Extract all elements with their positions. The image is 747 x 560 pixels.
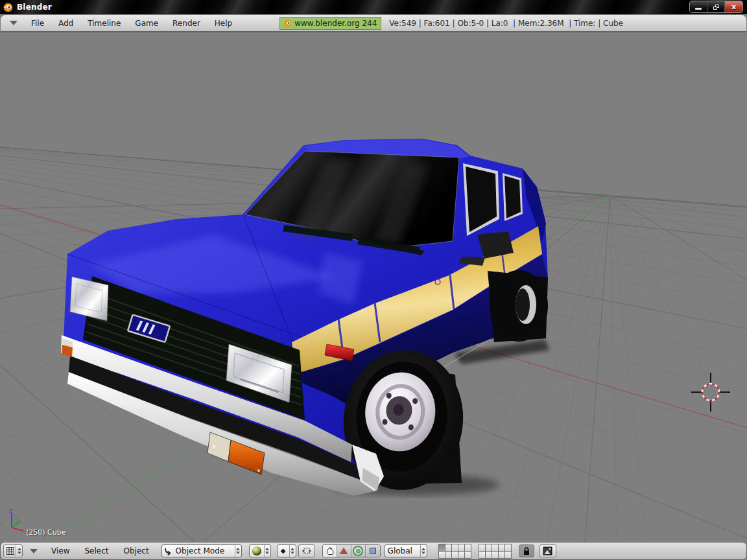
rear-wheel xyxy=(490,270,548,342)
layer-cell[interactable] xyxy=(492,544,498,551)
move-centers-button[interactable] xyxy=(298,544,315,557)
orientation-value: Global xyxy=(385,546,420,555)
view3d-header: View Select Object Object Mode ◆ xyxy=(0,542,747,560)
minimize-button[interactable] xyxy=(690,1,707,12)
pivot-select[interactable]: ◆ xyxy=(277,544,296,557)
layer-cell[interactable] xyxy=(499,552,504,558)
scene-render xyxy=(0,32,747,542)
layer-buttons-group-1 xyxy=(438,544,471,559)
pivot-select-stepper[interactable] xyxy=(289,545,296,557)
door-handle-dot xyxy=(435,279,440,285)
layer-cell[interactable] xyxy=(505,552,511,558)
axis-z-label: z xyxy=(9,508,12,514)
editor-3dview-icon xyxy=(6,546,15,555)
object-menu[interactable]: Object xyxy=(117,546,156,555)
select-menu[interactable]: Select xyxy=(78,546,115,555)
menu-help[interactable]: Help xyxy=(208,19,239,28)
editor-type-button[interactable] xyxy=(3,544,23,557)
menu-file[interactable]: File xyxy=(24,19,51,28)
header-collapse-icon[interactable] xyxy=(30,549,38,554)
rotate-icon xyxy=(353,546,363,556)
draw-type-stepper[interactable] xyxy=(264,545,270,557)
layer-cell[interactable] xyxy=(465,544,471,551)
layer-cell[interactable] xyxy=(452,544,458,551)
orientation-select[interactable]: Global xyxy=(385,544,427,557)
layer-cell[interactable] xyxy=(465,552,471,558)
blender-logo-icon xyxy=(3,3,13,12)
active-object-label: (250) Cube xyxy=(26,528,65,537)
layer-buttons-group-2 xyxy=(479,544,512,559)
viewport-3d[interactable]: z y x (250) Cube xyxy=(0,32,747,542)
layer-cell[interactable] xyxy=(486,544,492,551)
manipulator-scale-button[interactable] xyxy=(366,545,380,557)
render-preview-button[interactable] xyxy=(540,544,556,557)
view-menu[interactable]: View xyxy=(45,546,76,555)
translate-icon xyxy=(340,548,348,554)
menu-game[interactable]: Game xyxy=(128,19,165,28)
close-button[interactable]: x xyxy=(725,1,742,12)
restore-icon xyxy=(713,5,719,10)
menu-timeline[interactable]: Timeline xyxy=(80,19,128,28)
layer-cell[interactable] xyxy=(486,552,492,558)
lock-layers-button[interactable] xyxy=(519,544,534,557)
hand-icon xyxy=(326,546,334,555)
draw-type-textured-icon xyxy=(250,546,264,555)
draw-type-select[interactable] xyxy=(249,544,271,557)
lock-icon xyxy=(523,546,530,555)
layer-cell[interactable] xyxy=(445,552,451,558)
collapse-menu-icon[interactable] xyxy=(10,21,18,25)
restore-button[interactable] xyxy=(707,1,725,12)
main-menubar: File Add Timeline Game Render Help www.b… xyxy=(0,14,747,32)
axis-y-label: y xyxy=(16,516,20,522)
layer-cell[interactable] xyxy=(445,544,451,551)
layer-cell[interactable] xyxy=(479,544,485,551)
manipulator-rotate-button[interactable] xyxy=(351,545,366,557)
blender-logo-icon xyxy=(284,19,292,27)
layer-cell[interactable] xyxy=(458,544,464,551)
manipulator-group xyxy=(322,544,381,557)
layer-cell[interactable] xyxy=(499,544,504,551)
layer-cell[interactable] xyxy=(492,552,498,558)
pivot-median-icon: ◆ xyxy=(278,548,289,554)
badge-label: www.blender.org 244 xyxy=(294,19,377,28)
menu-add[interactable]: Add xyxy=(51,19,80,28)
menu-render[interactable]: Render xyxy=(165,19,208,28)
object-mode-icon xyxy=(162,547,173,555)
layer-cell[interactable] xyxy=(458,552,464,558)
manipulator-toggle-button[interactable] xyxy=(323,545,337,557)
window-controls: x xyxy=(689,1,743,13)
mode-select[interactable]: Object Mode xyxy=(161,544,242,557)
scale-icon xyxy=(370,548,376,554)
mode-select-value: Object Mode xyxy=(173,546,235,555)
close-icon: x xyxy=(731,3,736,10)
titlebar[interactable]: Blender x xyxy=(0,0,747,14)
scene-stats: Ve:549 | Fa:601 | Ob:5-0 | La:0 | Mem:2.… xyxy=(389,19,623,28)
mode-select-stepper[interactable] xyxy=(235,545,241,557)
move-centers-icon xyxy=(302,547,312,555)
blender-window: { "window": { "title": "Blender" }, "men… xyxy=(0,0,747,560)
window-title: Blender xyxy=(17,3,52,12)
minimize-icon xyxy=(695,8,702,10)
layer-cell[interactable] xyxy=(479,552,485,558)
car-model[interactable] xyxy=(61,139,550,496)
layer-cell[interactable] xyxy=(452,552,458,558)
editor-type-stepper[interactable] xyxy=(16,545,22,557)
layer-cell[interactable] xyxy=(505,544,511,551)
manipulator-translate-button[interactable] xyxy=(337,545,351,557)
image-icon xyxy=(543,546,552,555)
layer-cell[interactable] xyxy=(439,552,445,558)
cursor-3d xyxy=(691,373,730,412)
layer-cell[interactable] xyxy=(439,544,445,551)
blender-org-badge[interactable]: www.blender.org 244 xyxy=(279,17,381,30)
orientation-stepper[interactable] xyxy=(420,545,427,557)
